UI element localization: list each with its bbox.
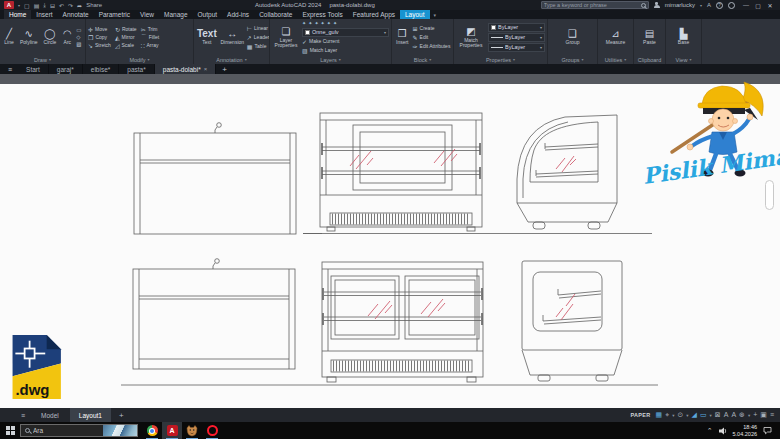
polyline-button[interactable]: ∿ Polyline xyxy=(18,20,40,54)
tray-expand-icon[interactable]: ⌃ xyxy=(707,427,713,435)
drawing-display-case-front-bottom[interactable] xyxy=(322,262,483,382)
minimize-button[interactable]: — xyxy=(740,2,752,9)
copy-button[interactable]: ❐Copy xyxy=(88,33,111,41)
start-button[interactable] xyxy=(0,422,20,439)
layer-dropdown-arrow[interactable]: ▾ xyxy=(384,30,386,35)
taskbar-clock[interactable]: 18:46 5.04.2026 xyxy=(733,424,757,437)
autocad-logo-icon[interactable]: A xyxy=(4,1,14,9)
hatch-icon[interactable]: ▨ xyxy=(76,41,81,47)
annotation-panel-label[interactable]: Annotation▾ xyxy=(194,55,269,64)
text-button[interactable]: Text Text xyxy=(196,20,218,54)
ellipse-icon[interactable]: ◇ xyxy=(76,34,81,40)
properties-panel-label[interactable]: Properties▾ xyxy=(454,55,547,64)
user-dropdown-icon[interactable]: ▾ xyxy=(700,3,702,8)
linear-button[interactable]: ⊢Linear xyxy=(247,24,267,32)
drawing-counter-back-bottom[interactable] xyxy=(133,259,295,369)
plot-icon[interactable]: ⊟ xyxy=(50,2,55,9)
polar-dropdown-icon[interactable]: ▾ xyxy=(686,413,688,418)
grid-icon[interactable]: ▦ xyxy=(656,411,663,419)
mirror-button[interactable]: ◭Mirror xyxy=(115,33,137,41)
status-menu-icon[interactable]: ≡ xyxy=(770,411,774,419)
match-properties-button[interactable]: ◩ Match Properties xyxy=(456,20,486,54)
drawing-canvas[interactable]: Pislik Mimar xyxy=(0,74,780,408)
utilities-panel-label[interactable]: Utilities▾ xyxy=(598,55,633,64)
array-button[interactable]: ∷Array xyxy=(141,41,160,49)
help-search-input[interactable] xyxy=(544,2,639,8)
taskbar-search-box[interactable] xyxy=(20,424,138,437)
annotation-visibility-icon[interactable]: A xyxy=(724,411,729,419)
layout-menu-icon[interactable]: ≡ xyxy=(16,412,30,419)
edit-block-button[interactable]: ✎Edit xyxy=(413,33,451,41)
clean-screen-icon[interactable]: ▣ xyxy=(760,411,767,419)
groups-panel-label[interactable]: Groups▾ xyxy=(548,55,597,64)
scale-button[interactable]: ◿Scale xyxy=(115,41,137,49)
close-button[interactable]: ✕ xyxy=(764,2,776,9)
search-icon[interactable] xyxy=(641,3,646,8)
tab-manage[interactable]: Manage xyxy=(159,10,193,19)
new-file-icon[interactable]: ▢ xyxy=(24,2,30,9)
drawing-counter-back-top[interactable] xyxy=(134,123,322,234)
match-layer-button[interactable]: ▨Match Layer xyxy=(302,46,389,54)
isodraft-icon[interactable]: ◢ xyxy=(692,411,697,419)
new-layout-button[interactable]: + xyxy=(113,411,130,420)
close-tab-icon[interactable]: × xyxy=(204,66,208,72)
taskbar-search-input[interactable] xyxy=(33,427,100,434)
share-button[interactable]: Share xyxy=(86,2,102,8)
file-tabs-menu-icon[interactable]: ≡ xyxy=(2,64,18,74)
drawing-display-case-front-top[interactable] xyxy=(320,113,482,231)
tab-featured-apps[interactable]: Featured Apps xyxy=(348,10,400,19)
paste-button[interactable]: ▤ Paste xyxy=(641,20,658,54)
layer-isolate-icon[interactable]: ✦ xyxy=(321,20,325,26)
circle-button[interactable]: ◯ Circle xyxy=(42,20,59,54)
layer-properties-button[interactable]: ❏ Layer Properties xyxy=(272,20,300,54)
annotation-scale-icon[interactable]: A xyxy=(731,411,736,419)
draw-panel-label[interactable]: Draw▾ xyxy=(0,55,85,64)
volume-icon[interactable] xyxy=(719,427,727,435)
layer-on-icon[interactable]: ✦ xyxy=(302,20,306,26)
linetype-dropdown[interactable]: ByLayer ▾ xyxy=(488,33,545,42)
view-panel-label[interactable]: View▾ xyxy=(666,55,701,64)
app-store-icon[interactable]: A xyxy=(707,2,711,8)
object-snap-tracking-icon[interactable]: ⊠ xyxy=(715,411,721,419)
base-button[interactable]: ▙ Base xyxy=(676,20,691,54)
help-icon[interactable]: ? xyxy=(716,2,723,9)
logo-dropdown-icon[interactable]: ▾ xyxy=(18,3,20,8)
snap-dropdown-icon[interactable]: ▾ xyxy=(672,413,674,418)
rectangle-icon[interactable]: ▭ xyxy=(76,27,81,33)
gimp-taskbar-button[interactable] xyxy=(182,422,202,439)
restore-button[interactable]: ▢ xyxy=(752,2,764,9)
opera-taskbar-button[interactable] xyxy=(202,422,222,439)
help-search-box[interactable] xyxy=(541,1,649,9)
clipboard-panel-label[interactable]: Clipboard xyxy=(634,55,665,64)
file-tab-garaj[interactable]: garaj* xyxy=(49,64,83,74)
snap-icon[interactable]: ⌖ xyxy=(665,411,669,419)
modify-panel-label[interactable]: Modify▾ xyxy=(86,55,193,64)
tab-express-tools[interactable]: Express Tools xyxy=(297,10,347,19)
file-tab-pasta[interactable]: pasta* xyxy=(119,64,154,74)
layer-lock-icon[interactable]: ✦ xyxy=(314,20,318,26)
tab-view[interactable]: View xyxy=(135,10,159,19)
tab-add-ins[interactable]: Add-ins xyxy=(222,10,254,19)
edit-attributes-button[interactable]: ✑Edit Attributes xyxy=(413,42,451,50)
tab-layout[interactable]: Layout xyxy=(400,10,430,19)
leader-button[interactable]: ↗Leader xyxy=(247,33,267,41)
settings-gear-icon[interactable]: ⊛ xyxy=(739,411,745,419)
insert-button[interactable]: ❒ Insert xyxy=(394,20,411,54)
stretch-button[interactable]: ↘Stretch xyxy=(88,41,111,49)
user-avatar-icon[interactable] xyxy=(654,2,660,8)
username-text[interactable]: mimarlucky xyxy=(665,2,695,8)
polar-tracking-icon[interactable]: ⊙ xyxy=(677,411,683,419)
block-panel-label[interactable]: Block▾ xyxy=(392,55,453,64)
drawing-square-case-side-bottom[interactable] xyxy=(522,261,622,381)
layer-walk-icon[interactable]: ✦ xyxy=(333,20,337,26)
dimension-button[interactable]: ↔ Dimension xyxy=(220,20,245,54)
file-tab-elbise[interactable]: elbise* xyxy=(83,64,120,74)
object-color-dropdown[interactable]: ByLayer ▾ xyxy=(488,23,545,32)
tab-home[interactable]: Home xyxy=(4,10,31,19)
layer-dropdown[interactable]: Onne_gulv ▾ xyxy=(302,28,389,37)
save-icon[interactable]: ⤓ xyxy=(43,2,46,9)
paper-space-label[interactable]: PAPER xyxy=(631,412,651,418)
layer-freeze-icon[interactable]: ✦ xyxy=(308,20,312,26)
make-current-button[interactable]: ✓Make Current xyxy=(302,38,389,46)
customization-icon[interactable]: + xyxy=(753,411,757,419)
